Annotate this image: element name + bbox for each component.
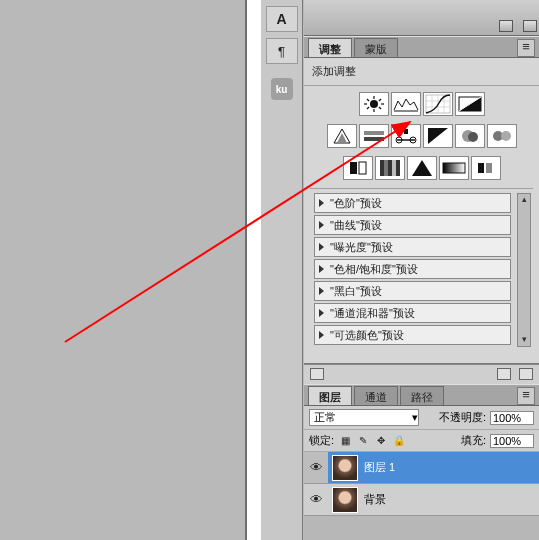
svg-rect-22	[364, 137, 384, 141]
expand-icon[interactable]	[497, 368, 511, 380]
preset-label: "色阶"预设	[330, 196, 382, 211]
tab-adjust-label: 调整	[319, 42, 341, 57]
fill-value: 100%	[493, 435, 521, 447]
svg-line-8	[367, 107, 369, 109]
vibrance-icon[interactable]	[327, 124, 357, 148]
chevron-right-icon	[319, 309, 324, 317]
exposure-icon[interactable]	[455, 92, 485, 116]
adjust-footer	[304, 364, 539, 384]
preset-levels[interactable]: "色阶"预设	[314, 193, 511, 213]
black-white-icon[interactable]	[423, 124, 453, 148]
posterize-icon[interactable]	[375, 156, 405, 180]
svg-rect-37	[392, 160, 396, 176]
adjust-title-text: 添加调整	[312, 65, 356, 77]
preset-label: "色相/饱和度"预设	[330, 262, 418, 277]
adjustment-presets: "色阶"预设 "曲线"预设 "曝光度"预设 "色相/饱和度"预设 "黑白"预设 …	[310, 188, 533, 351]
opacity-value: 100%	[493, 412, 521, 424]
svg-line-7	[379, 99, 381, 101]
svg-line-6	[379, 107, 381, 109]
svg-rect-34	[359, 162, 366, 174]
chevron-right-icon	[319, 287, 324, 295]
type-tool-icon[interactable]: A	[266, 6, 298, 32]
svg-rect-41	[478, 163, 484, 173]
scroll-down-icon[interactable]: ▾	[518, 334, 530, 346]
fill-input[interactable]: 100%	[490, 434, 534, 448]
panel-menu-icon[interactable]: ≡	[517, 39, 535, 57]
chevron-down-icon: ▾	[412, 411, 418, 424]
lock-all-icon[interactable]: 🔒	[392, 435, 406, 447]
chevron-right-icon	[319, 265, 324, 273]
tab-masks[interactable]: 蒙版	[354, 38, 398, 57]
photo-filter-icon[interactable]	[455, 124, 485, 148]
clip-icon[interactable]	[310, 368, 324, 380]
preset-label: "曝光度"预设	[330, 240, 393, 255]
layer-name: 图层 1	[364, 460, 395, 475]
channel-mixer-icon[interactable]	[487, 124, 517, 148]
visibility-icon[interactable]: 👁	[304, 452, 328, 483]
grip-icon[interactable]	[499, 20, 513, 32]
paragraph-icon[interactable]: ¶	[266, 38, 298, 64]
preset-scrollbar[interactable]: ▴ ▾	[517, 193, 531, 347]
svg-rect-36	[384, 160, 388, 176]
invert-icon[interactable]	[343, 156, 373, 180]
svg-point-30	[468, 132, 478, 142]
gradient-map-icon[interactable]	[439, 156, 469, 180]
chevron-right-icon	[319, 243, 324, 251]
lock-label: 锁定:	[309, 433, 334, 448]
preset-curves[interactable]: "曲线"预设	[314, 215, 511, 235]
opacity-input[interactable]: 100%	[490, 411, 534, 425]
blend-label: 正常	[314, 410, 336, 425]
svg-rect-42	[486, 163, 492, 173]
lock-position-icon[interactable]: ✥	[374, 435, 388, 447]
panel-column: 调整 蒙版 ≡ 添加调整	[304, 0, 539, 540]
opacity-label: 不透明度:	[439, 410, 486, 425]
trash-icon[interactable]	[519, 368, 533, 380]
threshold-icon[interactable]	[407, 156, 437, 180]
layer-item[interactable]: 👁 背景	[304, 484, 539, 516]
layer-name: 背景	[364, 492, 386, 507]
selective-color-icon[interactable]	[471, 156, 501, 180]
adjustments-body: "色阶"预设 "曲线"预设 "曝光度"预设 "色相/饱和度"预设 "黑白"预设 …	[304, 86, 539, 364]
preset-label: "通道混和器"预设	[330, 306, 415, 321]
svg-point-32	[501, 131, 511, 141]
lock-pixels-icon[interactable]: ✎	[356, 435, 370, 447]
adjust-title: 添加调整	[304, 58, 539, 86]
svg-rect-21	[364, 131, 384, 135]
fill-label: 填充:	[461, 433, 486, 448]
ku-label: ku	[276, 84, 288, 95]
tab-channels[interactable]: 通道	[354, 386, 398, 405]
scroll-up-icon[interactable]: ▴	[518, 194, 530, 206]
kuler-icon[interactable]: ku	[271, 78, 293, 100]
curves-icon[interactable]	[423, 92, 453, 116]
preset-channel[interactable]: "通道混和器"预设	[314, 303, 511, 323]
layers-menu-icon[interactable]: ≡	[517, 387, 535, 405]
preset-label: "曲线"预设	[330, 218, 382, 233]
svg-rect-23	[404, 129, 408, 134]
tab-layers[interactable]: 图层	[308, 386, 352, 405]
preset-bw[interactable]: "黑白"预设	[314, 281, 511, 301]
preset-selective[interactable]: "可选颜色"预设	[314, 325, 511, 345]
tab-bar-adjust: 调整 蒙版 ≡	[304, 36, 539, 58]
hue-sat-icon[interactable]	[359, 124, 389, 148]
levels-icon[interactable]	[391, 92, 421, 116]
chevron-right-icon	[319, 199, 324, 207]
grip-icon-2[interactable]	[523, 20, 537, 32]
preset-exposure[interactable]: "曝光度"预设	[314, 237, 511, 257]
brightness-contrast-icon[interactable]	[359, 92, 389, 116]
glyph-a: A	[276, 11, 286, 27]
tab-adjustments[interactable]: 调整	[308, 38, 352, 57]
preset-label: "黑白"预设	[330, 284, 382, 299]
svg-line-5	[367, 99, 369, 101]
preset-hue[interactable]: "色相/饱和度"预设	[314, 259, 511, 279]
layer-thumbnail[interactable]	[332, 487, 358, 513]
blend-mode-select[interactable]: 正常▾	[309, 409, 419, 426]
lock-transparency-icon[interactable]: ▦	[338, 435, 352, 447]
preset-label: "可选颜色"预设	[330, 328, 404, 343]
panel-top-strip	[304, 0, 539, 36]
doc-gap	[247, 0, 261, 540]
layer-item[interactable]: 👁 图层 1	[304, 452, 539, 484]
color-balance-icon[interactable]	[391, 124, 421, 148]
visibility-icon[interactable]: 👁	[304, 492, 328, 507]
layer-thumbnail[interactable]	[332, 455, 358, 481]
tab-paths[interactable]: 路径	[400, 386, 444, 405]
